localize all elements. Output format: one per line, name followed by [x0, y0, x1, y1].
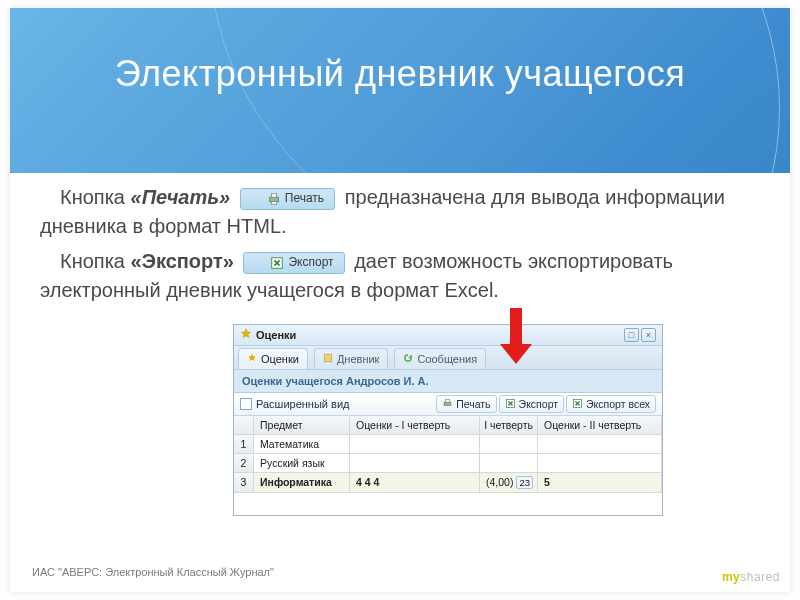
- count-badge: 23: [516, 476, 533, 489]
- cell: [480, 454, 538, 472]
- col-grades-q2: Оценки - II четверть: [538, 416, 662, 434]
- cell-subject: Русский язык: [254, 454, 350, 472]
- tab-grades[interactable]: Оценки: [238, 348, 308, 369]
- cell: [538, 435, 662, 453]
- button-label: Экспорт: [268, 254, 333, 271]
- svg-rect-5: [444, 402, 451, 405]
- table-header: Предмет Оценки - I четверть I четверть О…: [234, 416, 662, 435]
- cell: 5: [538, 473, 662, 492]
- text-bold: «Печать»: [131, 186, 231, 208]
- star-icon: [240, 328, 252, 342]
- panel-heading: Оценки учащегося Андросов И. А.: [234, 370, 662, 393]
- button-label: Экспорт всех: [586, 398, 650, 410]
- svg-rect-6: [446, 399, 450, 402]
- button-label: Печать: [265, 190, 324, 207]
- star-icon: [247, 353, 257, 365]
- title-band: Электронный дневник учащегося: [10, 8, 790, 173]
- tab-diary[interactable]: Дневник: [314, 348, 389, 369]
- text-bold: «Экспорт»: [131, 250, 234, 272]
- page-title: Электронный дневник учащегося: [10, 53, 790, 95]
- col-rownum: [234, 416, 254, 434]
- body-text: Кнопка «Печать» Печать предназначена для…: [40, 183, 760, 311]
- tab-label: Сообщения: [417, 353, 477, 365]
- cell: [538, 454, 662, 472]
- excel-icon: [505, 398, 516, 411]
- table-row[interactable]: 2 Русский язык: [234, 454, 662, 473]
- cell: [350, 454, 480, 472]
- close-button[interactable]: ×: [641, 328, 656, 342]
- button-label: Печать: [456, 398, 490, 410]
- svg-rect-4: [324, 354, 332, 362]
- table-row[interactable]: 1 Математика: [234, 435, 662, 454]
- excel-icon: [572, 398, 583, 411]
- toolbar: Расширенный вид Печать Экспорт Экспорт в…: [234, 393, 662, 416]
- row-number: 3: [234, 473, 254, 492]
- printer-icon: [247, 192, 261, 206]
- footnote: ИАС "АВЕРС: Электронный Классный Журнал": [32, 566, 274, 578]
- red-arrow-annotation: [500, 308, 530, 364]
- grades-window: Оценки □ × Оценки Дневник Сообщения Оцен…: [233, 324, 663, 516]
- text: Кнопка: [60, 186, 131, 208]
- book-icon: [323, 353, 333, 365]
- tab-bar: Оценки Дневник Сообщения: [234, 346, 662, 370]
- col-grades-q1: Оценки - I четверть: [350, 416, 480, 434]
- window-title: Оценки: [256, 329, 296, 341]
- button-label: Экспорт: [519, 398, 558, 410]
- maximize-button[interactable]: □: [624, 328, 639, 342]
- cell: [350, 435, 480, 453]
- row-number: 2: [234, 454, 254, 472]
- cell: (4,00)23: [480, 473, 538, 492]
- tab-label: Дневник: [337, 353, 380, 365]
- col-q1: I четверть: [480, 416, 538, 434]
- watermark: myshared: [722, 570, 780, 584]
- refresh-icon: [403, 353, 413, 365]
- text: Кнопка: [60, 250, 131, 272]
- cell-subject: Математика: [254, 435, 350, 453]
- window-titlebar: Оценки □ ×: [234, 325, 662, 346]
- cell: [480, 435, 538, 453]
- checkbox-label: Расширенный вид: [256, 398, 349, 410]
- checkbox-expanded-view[interactable]: [240, 398, 252, 410]
- col-subject: Предмет: [254, 416, 350, 434]
- excel-icon: [250, 256, 264, 270]
- print-button-illustration: Печать: [240, 188, 335, 210]
- export-button[interactable]: Экспорт: [499, 395, 564, 413]
- tab-label: Оценки: [261, 353, 299, 365]
- export-all-button[interactable]: Экспорт всех: [566, 395, 656, 413]
- export-button-illustration: Экспорт: [243, 252, 344, 274]
- tab-messages[interactable]: Сообщения: [394, 348, 486, 369]
- row-number: 1: [234, 435, 254, 453]
- printer-icon: [442, 398, 453, 411]
- table-row[interactable]: 3 Информатика 4 4 4 (4,00)23 5: [234, 473, 662, 493]
- cell: 4 4 4: [350, 473, 480, 492]
- cell-subject: Информатика: [254, 473, 350, 492]
- print-button[interactable]: Печать: [436, 395, 496, 413]
